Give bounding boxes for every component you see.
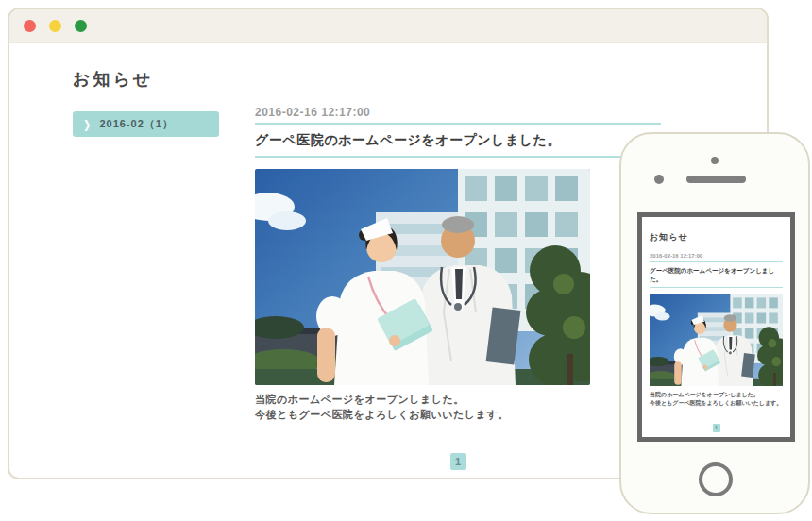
phone-speaker-bar: [686, 176, 746, 183]
article-date: 2016-02-16 12:17:00: [255, 106, 661, 119]
phone-sensor-icon: [654, 175, 664, 184]
minimize-button[interactable]: [49, 20, 61, 32]
phone-body-line-2: 今後ともグーペ医院をよろしくお願いいたします。: [650, 400, 782, 406]
article-body: 当院のホームページをオープンしました。 今後ともグーペ医院をよろしくお願いいたし…: [255, 392, 661, 422]
body-line-1: 当院のホームページをオープンしました。: [255, 394, 465, 405]
desktop-canvas: お知らせ ❯ 2016-02（1） 2016-02-16 12:17:00 グー…: [0, 0, 812, 521]
phone-article-title: グーペ医院のホームページをオープンしました。: [650, 267, 783, 284]
article-title-link[interactable]: グーペ医院のホームページをオープンしました。: [255, 132, 661, 149]
fullscreen-button[interactable]: [75, 20, 87, 32]
date-divider: [255, 123, 661, 125]
phone-camera-icon: [711, 157, 719, 164]
phone-title-divider: [650, 287, 783, 288]
sidebar-archive-link[interactable]: ❯ 2016-02（1）: [73, 111, 219, 137]
smartphone-mockup: お知らせ 2016-02-16 12:17:00 グーペ医院のホームページをオー…: [619, 132, 810, 514]
nurse-and-doctor-photo-small: [650, 294, 783, 386]
phone-pagination-page-1: 1: [713, 424, 720, 432]
phone-article-body: 当院のホームページをオープンしました。 今後ともグーペ医院をよろしくお願いいたし…: [650, 391, 783, 408]
nurse-and-doctor-photo: [255, 169, 590, 385]
pagination-page-1-button[interactable]: 1: [450, 453, 466, 470]
phone-page-title: お知らせ: [650, 231, 783, 244]
close-button[interactable]: [24, 20, 36, 32]
article-photo: [255, 169, 590, 385]
chevron-right-icon: ❯: [83, 118, 91, 130]
phone-article-date: 2016-02-16 12:17:00: [650, 253, 783, 259]
phone-date-divider: [650, 261, 783, 262]
pagination: 1: [255, 452, 661, 470]
title-divider: [255, 156, 661, 158]
phone-body-line-1: 当院のホームページをオープンしました。: [650, 392, 759, 397]
phone-article-photo: [650, 294, 783, 386]
phone-screen: お知らせ 2016-02-16 12:17:00 グーペ医院のホームページをオー…: [637, 212, 795, 442]
window-titlebar: [9, 9, 767, 43]
body-line-2: 今後ともグーペ医院をよろしくお願いいたします。: [255, 409, 509, 420]
phone-home-button: [699, 462, 733, 496]
page-title: お知らせ: [73, 68, 153, 91]
phone-pagination: 1: [650, 416, 783, 433]
archive-label: 2016-02（1）: [99, 117, 174, 131]
news-article: 2016-02-16 12:17:00 グーペ医院のホームページをオープンしまし…: [255, 106, 661, 470]
